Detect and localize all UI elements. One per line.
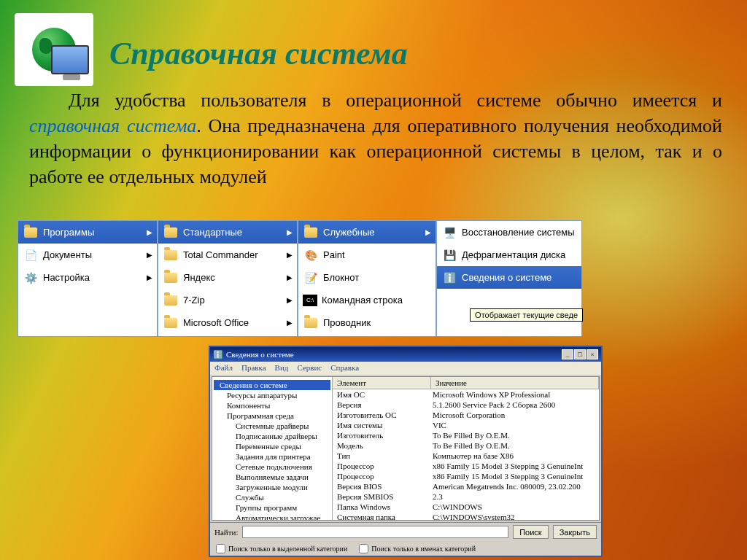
tree-node[interactable]: Сетевые подключения	[214, 462, 330, 472]
submenu-arrow-icon: ▶	[147, 251, 152, 259]
menu-label: Total Commander	[183, 249, 258, 260]
menubar-item[interactable]: Справка	[330, 363, 359, 373]
tree-panel[interactable]: Сведения о системеРесурсы аппаратурыКомп…	[212, 377, 333, 520]
find-button[interactable]: Поиск	[513, 525, 548, 539]
menu-label: Microsoft Office	[183, 317, 249, 328]
find-input[interactable]	[242, 526, 508, 538]
submenu-arrow-icon: ▶	[287, 228, 293, 236]
close-find-button[interactable]: Закрыть	[553, 525, 597, 539]
menubar-item[interactable]: Правка	[241, 363, 266, 373]
system-info-window: ℹ️ Сведения о системе _ □ × ФайлПравкаВи…	[209, 346, 603, 557]
maximize-button[interactable]: □	[574, 349, 586, 359]
tree-node[interactable]: Системные драйверы	[214, 421, 330, 431]
tree-node[interactable]: Автоматически загружае	[214, 513, 330, 520]
table-header: Элемент Значение	[333, 377, 599, 389]
header-logo	[15, 13, 93, 86]
menu-label: Paint	[323, 249, 345, 260]
menu-item[interactable]: Программы▶	[18, 221, 157, 244]
tree-node[interactable]: Переменные среды	[214, 441, 330, 451]
menu-item[interactable]: 📄Документы▶	[18, 244, 157, 266]
menu-item[interactable]: 🎨Paint	[298, 244, 436, 266]
table-row[interactable]: ИзготовительTo Be Filled By O.E.M.	[333, 430, 599, 440]
close-button[interactable]: ×	[587, 349, 598, 359]
find-label: Найти:	[214, 528, 238, 537]
menu-item[interactable]: Стандартные▶	[158, 221, 297, 244]
table-row[interactable]: Имя системыVIC	[333, 420, 599, 430]
tree-node[interactable]: Ресурсы аппаратуры	[214, 390, 330, 400]
tree-node[interactable]: Подписанные драйверы	[214, 431, 330, 441]
chk-selected-category[interactable]: Поиск только в выделенной категории	[216, 544, 347, 553]
table-row[interactable]: Версия5.1.2600 Service Pack 2 Сборка 260…	[333, 400, 599, 410]
menu-col-3: Служебные▶🎨Paint📝БлокнотC:\Командная стр…	[298, 220, 436, 337]
window-titlebar[interactable]: ℹ️ Сведения о системе _ □ ×	[210, 347, 601, 362]
minimize-button[interactable]: _	[562, 349, 573, 359]
tree-node[interactable]: Задания для принтера	[214, 451, 330, 462]
table-row[interactable]: Имя ОСMicrosoft Windows XP Professional	[333, 389, 599, 400]
table-row[interactable]: Версия BIOSAmerican Megatrends Inc. 0800…	[333, 481, 599, 491]
table-row[interactable]: Процессорx86 Family 15 Model 3 Stepping …	[333, 461, 599, 471]
monitor-icon	[51, 45, 89, 74]
tree-node[interactable]: Загруженные модули	[214, 482, 330, 492]
folder-icon	[163, 315, 179, 331]
table-row[interactable]: Папка WindowsC:\WINDOWS	[333, 502, 599, 512]
menu-col-4: 🖥️Восстановление системы💾Дефрагментация …	[436, 220, 582, 337]
submenu-arrow-icon: ▶	[147, 228, 152, 236]
menu-item[interactable]: 7-Zip▶	[158, 289, 297, 311]
submenu-arrow-icon: ▶	[147, 273, 152, 281]
tree-node[interactable]: Выполняемые задачи	[214, 472, 330, 482]
cell-value: x86 Family 15 Model 3 Stepping 3 Genuine…	[431, 471, 599, 481]
menu-label: Служебные	[323, 227, 375, 238]
menu-item[interactable]: ℹ️Сведения о системе	[437, 266, 581, 289]
cell-key: Изготовитель ОС	[333, 410, 431, 420]
table-row[interactable]: Версия SMBIOS2.3	[333, 491, 599, 502]
submenu-arrow-icon: ▶	[287, 251, 293, 259]
th-value: Значение	[431, 377, 599, 389]
menu-label: 7-Zip	[183, 295, 205, 306]
restore-icon: 🖥️	[441, 225, 457, 241]
tooltip: Отображает текущие сведе	[470, 308, 583, 322]
menu-col-2: Стандартные▶Total Commander▶Яндекс▶7-Zip…	[158, 220, 298, 337]
table-row[interactable]: Изготовитель ОСMicrosoft Corporation	[333, 410, 599, 420]
submenu-arrow-icon: ▶	[425, 228, 431, 236]
menu-item[interactable]: 💾Дефрагментация диска	[437, 244, 581, 266]
start-menu-cascade: Программы▶📄Документы▶⚙️Настройка▶ Станда…	[18, 220, 729, 337]
cell-value: 2.3	[431, 491, 599, 502]
cell-key: Процессор	[333, 461, 431, 471]
menubar-item[interactable]: Файл	[214, 363, 233, 373]
menu-label: Дефрагментация диска	[462, 249, 565, 260]
tree-node[interactable]: Сведения о системе	[214, 380, 330, 390]
menu-item[interactable]: Проводник	[298, 311, 436, 334]
cell-key: Системная папка	[333, 512, 431, 520]
menu-item[interactable]: Служебные▶	[298, 221, 436, 244]
para-pre: Для удобства пользователя в операционной…	[29, 90, 722, 111]
tree-node[interactable]: Службы	[214, 492, 330, 502]
menu-item[interactable]: Microsoft Office▶	[158, 311, 297, 334]
doc-icon: 📄	[23, 247, 39, 263]
menu-col-1: Программы▶📄Документы▶⚙️Настройка▶	[18, 220, 158, 337]
menubar-item[interactable]: Сервис	[297, 363, 322, 373]
settings-icon: ⚙️	[23, 270, 39, 286]
table-row[interactable]: Системная папкаC:\WINDOWS\system32	[333, 512, 599, 520]
tree-node[interactable]: Группы программ	[214, 502, 330, 513]
table-row[interactable]: Процессорx86 Family 15 Model 3 Stepping …	[333, 471, 599, 481]
menu-item[interactable]: 📝Блокнот	[298, 266, 436, 289]
menu-item[interactable]: 🖥️Восстановление системы	[437, 221, 581, 244]
menu-label: Программы	[43, 227, 94, 238]
cell-value: x86 Family 15 Model 3 Stepping 3 Genuine…	[431, 461, 599, 471]
tree-node[interactable]: Компоненты	[214, 400, 330, 411]
menu-item[interactable]: C:\Командная строка	[298, 289, 436, 311]
chk-category-names[interactable]: Поиск только в именах категорий	[359, 544, 476, 553]
menu-item[interactable]: ⚙️Настройка▶	[18, 266, 157, 289]
cell-value: VIC	[431, 420, 599, 430]
cell-key: Версия BIOS	[333, 481, 431, 491]
menubar-item[interactable]: Вид	[275, 363, 289, 373]
find-options: Поиск только в выделенной категории Поис…	[210, 541, 601, 556]
cell-value: To Be Filled By O.E.M.	[431, 440, 599, 451]
table-row[interactable]: ТипКомпьютер на базе X86	[333, 451, 599, 461]
menu-item[interactable]: Total Commander▶	[158, 244, 297, 266]
menu-item[interactable]: Яндекс▶	[158, 266, 297, 289]
menu-label: Командная строка	[322, 295, 403, 306]
tree-node[interactable]: Программная среда	[214, 411, 330, 421]
folder-icon	[163, 247, 179, 263]
table-row[interactable]: МодельTo Be Filled By O.E.M.	[333, 440, 599, 451]
